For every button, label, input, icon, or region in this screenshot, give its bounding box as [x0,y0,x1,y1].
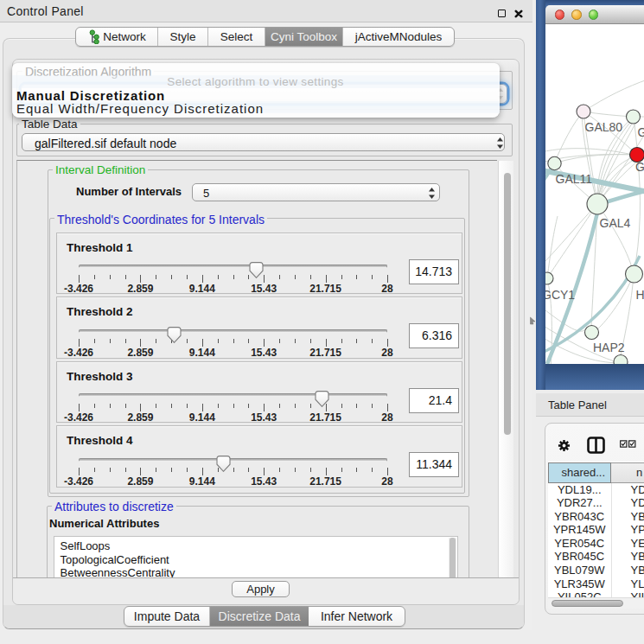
svg-text:GCY1: GCY1 [545,288,575,302]
svg-text:G: G [635,160,644,174]
svg-text:GAL80: GAL80 [585,120,623,134]
svg-text:GA: GA [638,125,644,139]
svg-text:HAP2: HAP2 [593,341,625,354]
svg-text:GAL11: GAL11 [556,172,593,186]
svg-text:H: H [636,288,644,302]
svg-text:GAL4: GAL4 [600,216,631,230]
